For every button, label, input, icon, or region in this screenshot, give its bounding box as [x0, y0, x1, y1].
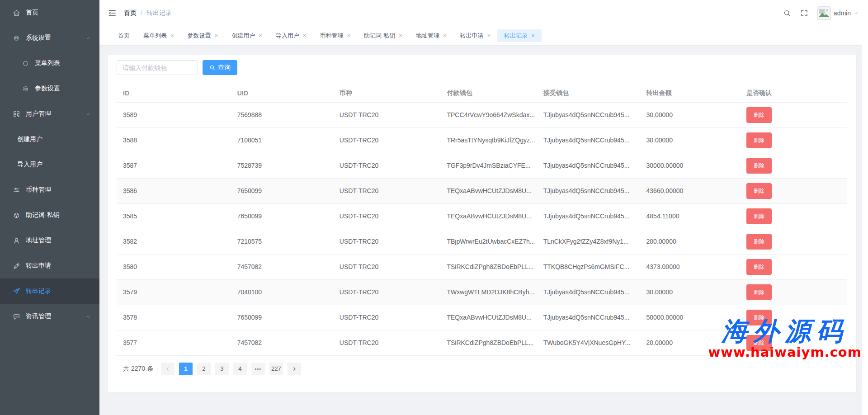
- ball-icon: [13, 212, 20, 219]
- sidebar-item-coin-management[interactable]: 币种管理: [0, 177, 99, 203]
- sidebar-item-address-management[interactable]: 地址管理: [0, 228, 99, 253]
- tab-transfer-apply[interactable]: 转出申请×: [453, 29, 498, 42]
- cell-from-wallet: TGF3p9rDv4JmSBziaCYFE...: [447, 153, 543, 178]
- tab-coin-management[interactable]: 币种管理×: [313, 29, 357, 42]
- cell-amount: 4854.11000: [646, 203, 746, 229]
- scrollbar-track[interactable]: [862, 26, 868, 415]
- close-icon[interactable]: ×: [531, 33, 535, 38]
- tab-address-management[interactable]: 地址管理×: [409, 29, 453, 42]
- page-button[interactable]: 2: [197, 363, 211, 375]
- sidebar-item-import-user[interactable]: 导入用户: [0, 152, 99, 177]
- column-header: 转出金额: [646, 84, 746, 102]
- page-button[interactable]: 227: [269, 363, 283, 375]
- pagination: 共 2270 条 1234•••227: [123, 363, 847, 375]
- sliders-icon: [13, 186, 20, 194]
- delete-button[interactable]: 删除: [746, 183, 772, 199]
- tab-param-settings[interactable]: 参数设置×: [181, 29, 225, 42]
- sidebar-item-create-user[interactable]: 创建用户: [0, 127, 99, 152]
- toolbar: 查询: [117, 60, 847, 75]
- cell-coin: USDT-TRC20: [340, 178, 447, 203]
- next-page-button[interactable]: [288, 363, 301, 375]
- sidebar-item-transfer-apply[interactable]: 转出申请: [0, 253, 99, 278]
- cell-coin: USDT-TRC20: [340, 330, 447, 355]
- page-button[interactable]: 3: [215, 363, 229, 375]
- sidebar-item-label: 用户管理: [26, 110, 51, 118]
- sidebar-item-transfer-records[interactable]: 转出记录: [0, 278, 99, 304]
- sidebar-item-system-settings[interactable]: 系统设置: [0, 25, 99, 51]
- query-button[interactable]: 查询: [203, 60, 237, 75]
- close-icon[interactable]: ×: [259, 33, 262, 38]
- delete-button[interactable]: 删除: [746, 234, 772, 250]
- tab-label: 参数设置: [188, 32, 211, 40]
- cell-amount: 30000.00000: [646, 153, 746, 178]
- cell-from-wallet: TBjpWrwrEu2tUwbacCxEZ7h...: [447, 229, 543, 254]
- cell-id: 3587: [117, 153, 237, 178]
- delete-button[interactable]: 删除: [746, 335, 772, 351]
- search-input[interactable]: [117, 60, 198, 75]
- cell-to-wallet: TTKQB8CHgzPs6mGMSiFC...: [543, 254, 646, 279]
- sidebar-item-label: 助记词-私钥: [26, 211, 60, 219]
- close-icon[interactable]: ×: [399, 33, 402, 38]
- close-icon[interactable]: ×: [303, 33, 307, 38]
- delete-button[interactable]: 删除: [746, 107, 772, 123]
- close-icon[interactable]: ×: [347, 33, 350, 38]
- chevron-down-icon: [854, 10, 859, 16]
- tab-create-user[interactable]: 创建用户×: [225, 29, 269, 42]
- page-button[interactable]: 4: [233, 363, 247, 375]
- delete-button[interactable]: 删除: [746, 208, 772, 224]
- fullscreen-icon[interactable]: [800, 9, 808, 17]
- delete-button[interactable]: 删除: [746, 310, 772, 325]
- sidebar-item-label: 转出记录: [26, 287, 51, 295]
- close-icon[interactable]: ×: [215, 33, 218, 38]
- sidebar-item-menu-list[interactable]: 菜单列表: [0, 51, 99, 76]
- cell-coin: USDT-TRC20: [340, 229, 447, 254]
- cell-from-wallet: TEQxaABvwHCUtZJDsM8U...: [447, 178, 543, 203]
- close-icon[interactable]: ×: [487, 33, 491, 38]
- breadcrumb-home[interactable]: 首页: [124, 9, 137, 17]
- sidebar-item-label: 菜单列表: [35, 59, 60, 67]
- sidebar-item-param-settings[interactable]: 参数设置: [0, 76, 99, 101]
- cell-amount: 30.00000: [646, 279, 746, 305]
- tab-mnemonic-key[interactable]: 助记词-私钥×: [357, 29, 409, 42]
- search-icon[interactable]: [783, 9, 791, 17]
- delete-button[interactable]: 删除: [746, 284, 772, 300]
- search-icon: [209, 65, 215, 71]
- tab-home[interactable]: 首页: [111, 29, 137, 42]
- prev-page-button[interactable]: [161, 363, 175, 375]
- chevron-right-icon: [292, 366, 297, 372]
- cell-id: 3579: [117, 279, 237, 305]
- cell-coin: USDT-TRC20: [340, 127, 447, 153]
- sidebar-item-news-management[interactable]: 资讯管理: [0, 304, 99, 329]
- delete-button[interactable]: 删除: [746, 259, 772, 275]
- close-icon[interactable]: ×: [170, 33, 174, 38]
- table-header-row: IDUID币种付款钱包接受钱包转出金额是否确认: [117, 84, 847, 102]
- tab-transfer-records[interactable]: 转出记录×: [497, 29, 542, 42]
- cell-id: 3586: [117, 178, 237, 203]
- circle-dashed-icon: [22, 60, 29, 67]
- cell-actions: 删除: [746, 127, 847, 153]
- sidebar-item-user-management[interactable]: 用户管理: [0, 101, 99, 127]
- cell-coin: USDT-TRC20: [340, 153, 447, 178]
- sidebar-item-home[interactable]: 首页: [0, 0, 99, 25]
- cell-uid: 7040100: [237, 279, 340, 305]
- cell-coin: USDT-TRC20: [340, 254, 447, 279]
- sidebar-item-mnemonic-key[interactable]: 助记词-私钥: [0, 203, 99, 228]
- tab-import-user[interactable]: 导入用户×: [269, 29, 313, 42]
- delete-button[interactable]: 删除: [746, 158, 772, 174]
- tab-menu-list[interactable]: 菜单列表×: [137, 29, 181, 42]
- sidebar-item-label: 转出申请: [26, 262, 51, 270]
- cell-from-wallet: TRr5asTtYNysqtb9KiJfZQgyz...: [447, 127, 543, 153]
- topbar: 首页 / 转出记录 admin: [99, 0, 868, 26]
- sidebar-item-label: 地址管理: [26, 236, 51, 245]
- hamburger-icon[interactable]: [108, 9, 117, 18]
- user-menu[interactable]: admin: [817, 6, 859, 20]
- sidebar-menu: 首页系统设置菜单列表参数设置用户管理创建用户导入用户币种管理助记词-私钥地址管理…: [0, 0, 99, 329]
- cell-to-wallet: TJjubyas4dQ5snNCCrub945...: [543, 102, 646, 127]
- close-icon[interactable]: ×: [443, 33, 447, 38]
- table-row: 35787650099USDT-TRC20TEQxaABvwHCUtZJDsM8…: [117, 305, 847, 330]
- page-ellipsis[interactable]: •••: [251, 363, 265, 375]
- page-button[interactable]: 1: [179, 363, 193, 375]
- cell-amount: 43660.00000: [646, 178, 746, 203]
- delete-button[interactable]: 删除: [746, 132, 772, 148]
- cell-coin: USDT-TRC20: [340, 305, 447, 330]
